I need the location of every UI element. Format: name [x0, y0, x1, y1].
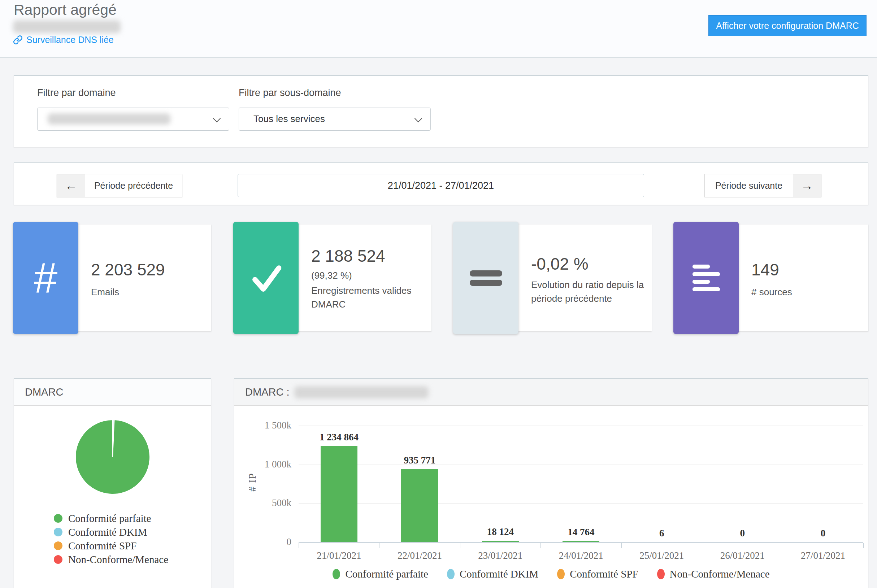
list-lines-icon	[673, 222, 739, 334]
stat-card-ratio-evolution: -0,02 % Evolution du ratio depuis la pér…	[454, 225, 652, 332]
bar-value-label: 18 124	[460, 526, 541, 537]
legend-item[interactable]: Non-Conforme/Menace	[657, 568, 770, 580]
hash-icon: #	[13, 222, 78, 334]
legend-label: Conformité DKIM	[68, 526, 147, 538]
next-period-label: Période suivante	[705, 174, 793, 197]
legend-item[interactable]: Conformité SPF	[557, 568, 638, 580]
x-axis-label: 24/01/2021	[541, 550, 622, 561]
ratio-evolution-label: Evolution du ratio depuis la période pré…	[531, 278, 644, 305]
pie-legend: Conformité parfaiteConformité DKIMConfor…	[54, 512, 168, 566]
bar-card-title: DMARC :	[245, 386, 289, 398]
legend-item[interactable]: Conformité DKIM	[447, 568, 538, 580]
page-header: Rapport agrégé Surveillance DNS liée Aff…	[0, 0, 877, 58]
legend-swatch	[332, 569, 340, 579]
x-axis-tick	[379, 543, 380, 548]
bar-value-label: 0	[702, 528, 783, 539]
x-axis-label: 22/01/2021	[379, 550, 460, 561]
stat-card-emails: # 2 203 529 Emails	[14, 225, 211, 332]
gridline	[299, 503, 863, 504]
legend-swatch	[54, 514, 63, 523]
legend-item[interactable]: Conformité DKIM	[54, 525, 168, 539]
subdomain-filter-select[interactable]: Tous les services	[239, 108, 431, 130]
arrow-right-icon: →	[793, 174, 821, 197]
domain-filter-select[interactable]	[37, 108, 229, 130]
x-axis-label: 21/01/2021	[299, 550, 380, 561]
subdomain-filter-value: Tous les services	[254, 108, 325, 130]
next-period-button[interactable]: Période suivante →	[704, 174, 821, 197]
bar-legend: Conformité parfaiteConformité DKIMConfor…	[234, 568, 868, 580]
arrow-left-icon: ←	[57, 174, 85, 197]
check-icon	[233, 222, 299, 334]
pie-card-header: DMARC	[14, 379, 211, 406]
y-tick-label: 1 500k	[234, 420, 291, 431]
redacted-domain-subtitle	[13, 20, 120, 33]
y-tick-label: 500k	[234, 497, 291, 508]
x-axis-tick	[783, 543, 783, 548]
equals-icon	[453, 222, 518, 334]
x-axis-tick	[541, 543, 541, 548]
sources-count: 149	[751, 260, 779, 279]
show-dmarc-config-button[interactable]: Afficher votre configuration DMARC	[708, 15, 866, 36]
bar-value-label: 14 764	[541, 526, 622, 538]
ratio-evolution-value: -0,02 %	[531, 254, 589, 274]
pie-slice[interactable]	[75, 420, 150, 494]
previous-period-button[interactable]: ← Période précédente	[57, 174, 182, 197]
redacted-domain-value	[48, 113, 170, 124]
dns-monitoring-link[interactable]: Surveillance DNS liée	[13, 34, 114, 45]
x-axis-label: 23/01/2021	[460, 550, 541, 561]
chevron-down-icon	[213, 115, 221, 122]
legend-swatch	[447, 569, 455, 579]
pie-chart-body: Conformité parfaiteConformité DKIMConfor…	[14, 406, 211, 588]
subdomain-filter-label: Filtre par sous-domaine	[239, 87, 341, 99]
x-axis-tick	[460, 543, 460, 548]
bar-chart-body: # IP Conformité parfaiteConformité DKIMC…	[234, 406, 868, 588]
legend-item[interactable]: Conformité SPF	[54, 539, 168, 553]
bar[interactable]	[401, 469, 438, 542]
x-axis-tick	[863, 543, 863, 548]
legend-swatch	[557, 569, 565, 579]
legend-label: Non-Conforme/Menace	[670, 568, 770, 580]
chevron-down-icon	[414, 115, 422, 122]
page-title: Rapport agrégé	[14, 2, 117, 18]
legend-label: Conformité parfaite	[68, 513, 151, 525]
redacted-domain-title	[294, 386, 429, 399]
link-icon	[13, 35, 23, 45]
bar-value-label: 1 234 864	[299, 432, 380, 443]
bar-value-label: 935 771	[379, 455, 460, 466]
y-tick-label: 0	[234, 536, 291, 548]
legend-label: Non-Conforme/Menace	[68, 554, 168, 566]
x-axis-label: 25/01/2021	[622, 550, 702, 561]
dmarc-pie-card: DMARC Conformité parfaiteConformité DKIM…	[14, 378, 211, 588]
previous-period-label: Période précédente	[85, 174, 182, 197]
date-range-picker[interactable]: 21/01/2021 - 27/01/2021	[237, 174, 644, 197]
legend-label: Conformité DKIM	[460, 568, 538, 580]
bar-card-header: DMARC :	[234, 379, 868, 406]
legend-item[interactable]: Non-Conforme/Menace	[54, 553, 168, 566]
legend-swatch	[54, 555, 63, 564]
y-axis-title: # IP	[247, 468, 258, 496]
gridline	[299, 426, 863, 426]
legend-item[interactable]: Conformité parfaite	[332, 568, 428, 580]
y-tick-label: 1 000k	[234, 459, 291, 470]
dmarc-aggregate-report-page: Rapport agrégé Surveillance DNS liée Aff…	[0, 0, 877, 588]
x-axis-label: 26/01/2021	[702, 550, 783, 561]
dns-link-label: Surveillance DNS liée	[26, 34, 114, 45]
bar[interactable]	[321, 446, 357, 542]
legend-swatch	[657, 569, 665, 579]
bar[interactable]	[482, 541, 519, 542]
x-axis-tick	[299, 543, 299, 548]
legend-item[interactable]: Conformité parfaite	[54, 512, 168, 525]
period-navigation-card: ← Période précédente 21/01/2021 - 27/01/…	[14, 162, 868, 205]
pie-chart[interactable]	[14, 406, 212, 507]
filters-card: Filtre par domaine Filtre par sous-domai…	[14, 75, 868, 147]
emails-count: 2 203 529	[91, 260, 165, 279]
bar[interactable]	[563, 541, 599, 542]
pie-card-title: DMARC	[25, 386, 63, 398]
valid-dmarc-percent: (99,32 %)	[311, 270, 352, 281]
x-axis-label: 27/01/2021	[783, 550, 863, 561]
emails-label: Emails	[91, 285, 119, 299]
domain-filter-label: Filtre par domaine	[37, 87, 116, 99]
legend-label: Conformité SPF	[570, 568, 638, 580]
x-axis-line	[299, 542, 863, 543]
stat-card-valid-dmarc: 2 188 524 (99,32 %) Enregistrements vali…	[234, 225, 431, 332]
